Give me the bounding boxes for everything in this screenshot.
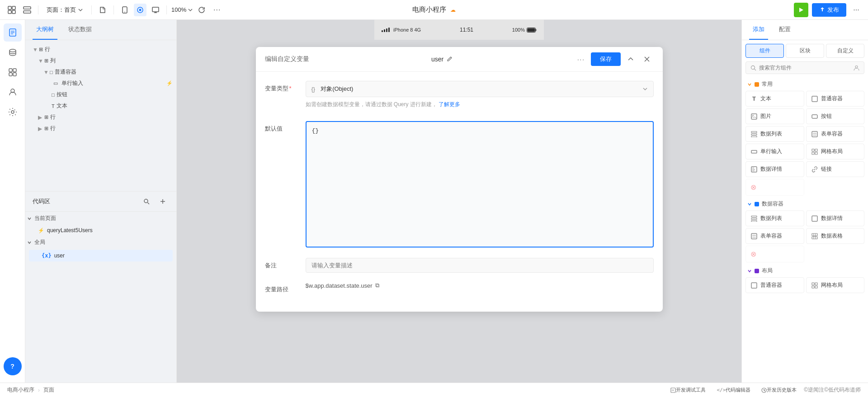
tab-state-data[interactable]: 状态数据 — [65, 20, 95, 40]
tree-item-input[interactable]: ▭ 单行输入 ⚡ — [25, 78, 176, 89]
toolbar-divider2 — [91, 5, 92, 14]
comp-normal-container[interactable]: 普通容器 — [745, 277, 804, 293]
tree-item-container[interactable]: ▼ □ 普通容器 — [25, 66, 176, 78]
sidebar-item-help[interactable]: ? — [4, 357, 22, 375]
svg-rect-3 — [12, 10, 15, 14]
svg-rect-36 — [751, 134, 757, 135]
svg-rect-62 — [812, 283, 814, 285]
comp-button[interactable]: 按钮 — [806, 108, 865, 124]
more-toolbar-icon[interactable]: ··· — [211, 4, 223, 16]
code-panel-actions — [140, 195, 169, 208]
copy-path-icon[interactable]: ⧉ — [375, 282, 379, 289]
tree-item-row3[interactable]: ▶ ⊞ 行 — [25, 123, 176, 134]
svg-rect-52 — [751, 220, 757, 222]
default-value-editor[interactable]: {} — [306, 121, 654, 248]
layout-grid-icon[interactable] — [5, 4, 18, 16]
svg-point-15 — [9, 49, 16, 52]
history-icon — [761, 388, 767, 393]
right-panel-body: 组件 区块 自定义 常用 — [742, 40, 868, 383]
normal-container-icon — [750, 282, 758, 289]
comp-form-container2[interactable]: 表单容器 — [745, 228, 804, 244]
svg-rect-41 — [751, 150, 757, 153]
sidebar-item-components[interactable] — [4, 63, 22, 81]
code-add-icon[interactable] — [156, 195, 169, 208]
comp-data-list[interactable]: 数据列表 — [745, 126, 804, 142]
modal-title: 编辑自定义变量 — [265, 55, 309, 63]
notes-input[interactable] — [306, 258, 654, 273]
zoom-selector[interactable]: 100% — [171, 6, 193, 13]
comp-image[interactable]: 图片 — [745, 108, 804, 124]
code-search-icon[interactable] — [140, 195, 153, 208]
refresh-icon[interactable] — [195, 4, 208, 16]
sidebar-item-settings[interactable] — [4, 103, 22, 121]
tab-components[interactable]: 组件 — [745, 44, 784, 58]
object-icon: {} — [311, 86, 316, 93]
svg-rect-19 — [13, 73, 16, 76]
dev-tools-button[interactable]: 开发调试工具 — [667, 384, 709, 397]
svg-rect-1 — [12, 6, 15, 9]
default-value-label: 默认值 — [265, 121, 297, 133]
tab-custom[interactable]: 自定义 — [826, 44, 864, 58]
new-page-icon[interactable] — [96, 4, 109, 16]
comp-single-input[interactable]: 单行输入 — [745, 144, 804, 159]
preview-icon[interactable] — [134, 4, 146, 16]
tree-toggle[interactable]: ▼ — [33, 47, 39, 53]
edit-name-icon[interactable] — [446, 56, 453, 62]
notes-row: 备注 — [265, 258, 654, 273]
search-input[interactable] — [759, 65, 851, 71]
more-main-icon[interactable]: ··· — [850, 4, 863, 16]
outline-tree: ▼ ⊞ 行 ▼ ⊞ 列 ▼ □ 普通容器 — [25, 40, 176, 138]
default-value-control: {} — [306, 121, 654, 249]
user-var-item[interactable]: {x} user — [29, 250, 173, 262]
comp-data-table[interactable]: 数据表格 — [806, 228, 865, 244]
comp-link[interactable]: 链接 — [806, 161, 865, 177]
type-select[interactable]: {} 对象(Object) — [306, 81, 654, 97]
code-editor-button[interactable]: </> 代码编辑器 — [713, 384, 754, 397]
history-button[interactable]: 开发历史版本 — [758, 384, 800, 397]
tree-item-col[interactable]: ▼ ⊞ 列 — [25, 55, 176, 66]
comp-grid-layout2[interactable]: 网格布局 — [806, 277, 865, 293]
hint-link[interactable]: 了解更多 — [439, 101, 460, 107]
grid-layout-comp-icon — [811, 148, 818, 155]
mobile-icon[interactable] — [118, 4, 131, 16]
brand-label: ©逆闻注©低代码布道师 — [804, 386, 861, 394]
modal-close-icon[interactable] — [641, 53, 653, 65]
svg-rect-2 — [8, 10, 11, 14]
svg-rect-53 — [812, 216, 817, 221]
right-tab-add[interactable]: 添加 — [749, 20, 768, 40]
query-item[interactable]: ⚡ queryLatest5Users — [25, 225, 176, 236]
comp-container[interactable]: 普通容器 — [806, 91, 865, 107]
notes-label: 备注 — [265, 258, 297, 270]
tree-item-button[interactable]: □ 按钮 — [25, 89, 176, 100]
desktop-icon[interactable] — [149, 4, 162, 16]
svg-rect-51 — [751, 218, 757, 220]
tab-outline[interactable]: 大纲树 — [33, 20, 57, 40]
tree-item-row2[interactable]: ▶ ⊞ 行 — [25, 112, 176, 123]
sidebar-item-users[interactable] — [4, 83, 22, 101]
modal-more-icon[interactable]: ··· — [575, 53, 587, 65]
modal-save-button[interactable]: 保存 — [591, 52, 621, 66]
sidebar-item-pages[interactable] — [4, 23, 22, 42]
publish-button[interactable]: 发布 — [812, 3, 846, 17]
run-button[interactable] — [794, 3, 808, 17]
layout-list-icon[interactable] — [21, 4, 33, 16]
right-tab-config[interactable]: 配置 — [775, 20, 794, 40]
svg-line-29 — [755, 69, 756, 70]
comp-data-list2[interactable]: 数据列表 — [745, 210, 804, 226]
tab-blocks[interactable]: 区块 — [786, 44, 824, 58]
comp-disabled2: ⊗ — [745, 246, 804, 262]
page-selector[interactable]: 页面：首页 — [43, 4, 87, 16]
main-layout: ? 大纲树 状态数据 ▼ ⊞ 行 — [0, 20, 868, 383]
tree-item-row1[interactable]: ▼ ⊞ 行 — [25, 44, 176, 55]
var-path: $w.app.dataset.state.user ⧉ — [306, 282, 379, 289]
comp-form-container[interactable]: 表单容器 — [806, 126, 865, 142]
comp-grid-layout[interactable]: 网格布局 — [806, 144, 865, 159]
person-icon — [854, 65, 859, 71]
svg-rect-31 — [812, 96, 817, 102]
tree-item-text[interactable]: T 文本 — [25, 100, 176, 112]
modal-minimize-icon[interactable] — [624, 53, 637, 65]
comp-data-detail2[interactable]: 数据详情 — [806, 210, 865, 226]
comp-text[interactable]: T 文本 — [745, 91, 804, 107]
sidebar-item-data[interactable] — [4, 43, 22, 61]
comp-data-detail[interactable]: 数据详情 — [745, 161, 804, 177]
